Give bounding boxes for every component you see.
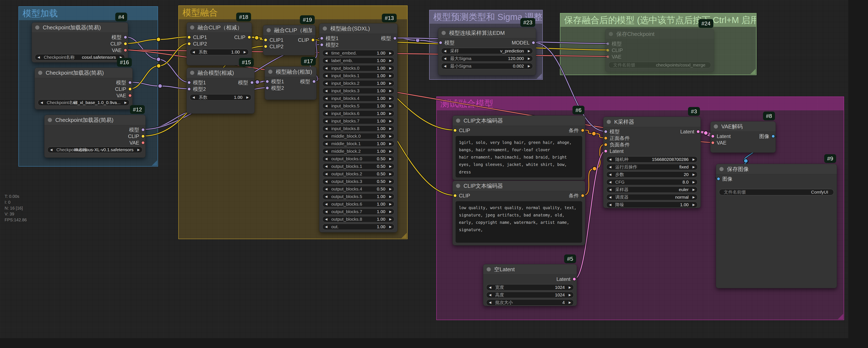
node-clip-merge-add[interactable]: 融合CLIP（相加）CLIP1CLIP2CLIP (263, 25, 316, 55)
widget-decrement[interactable]: ◀ (325, 178, 328, 184)
widget-increment[interactable]: ▶ (692, 179, 695, 185)
widget-decrement[interactable]: ◀ (325, 80, 328, 86)
node-clip-text-encode-positive[interactable]: CLIP文本编码器CLIP条件1girl, solo, very long ha… (453, 115, 585, 180)
widget-decrement[interactable]: ◀ (325, 65, 328, 71)
output-dot-vae[interactable] (124, 49, 127, 52)
widget-increment[interactable]: ▶ (389, 186, 392, 192)
widget-output_blocks.4[interactable]: ◀▶output_blocks.40.50 (322, 186, 394, 192)
widget-increment[interactable]: ▶ (568, 292, 571, 298)
widget-increment[interactable]: ▶ (692, 156, 695, 162)
widget-input_blocks.4[interactable]: ◀▶input_blocks.41.00 (322, 95, 394, 102)
widget-increment[interactable]: ▶ (389, 103, 392, 109)
widget--[interactable]: ◀▶系数1.00 (190, 49, 249, 55)
input-dot-latent[interactable] (711, 135, 715, 138)
widget-decrement[interactable]: ◀ (325, 133, 328, 139)
input-dot-clip[interactable] (606, 49, 610, 52)
output-dot-model[interactable] (128, 81, 132, 84)
input-dot-cond[interactable] (604, 136, 608, 140)
widget-increment[interactable]: ▶ (389, 58, 392, 63)
collapse-dot[interactable] (456, 184, 460, 188)
widget-increment[interactable]: ▶ (389, 201, 392, 207)
widget-increment[interactable]: ▶ (389, 224, 392, 230)
widget-input_blocks.0[interactable]: ◀▶input_blocks.01.00 (322, 65, 394, 71)
node-save-checkpoint[interactable]: 保存Checkpoint模型CLIPVAE文件名前缀checkpoints/co… (605, 29, 714, 72)
widget--[interactable]: ◀▶随机种156680208700286 (606, 156, 698, 163)
widget-decrement[interactable]: ◀ (609, 172, 612, 177)
widget-increment[interactable]: ▶ (692, 187, 695, 193)
widget-increment[interactable]: ▶ (389, 141, 392, 147)
widget-input_blocks.7[interactable]: ◀▶input_blocks.71.00 (322, 118, 394, 124)
widget-Checkpoint-[interactable]: ◀▶Checkpoint名称cosxl.safetensors (35, 54, 125, 60)
node-model-merge-subtract[interactable]: 融合模型(相减)模型1模型2模型◀▶系数1.00 (187, 67, 255, 114)
widget-middle_block.2[interactable]: ◀▶middle_block.21.00 (322, 148, 394, 154)
widget--[interactable]: ◀▶降噪1.00 (606, 202, 698, 208)
collapse-dot[interactable] (190, 25, 194, 30)
widget-time_embed.[interactable]: ◀▶time_embed.1.00 (322, 50, 394, 56)
widget-input_blocks.3[interactable]: ◀▶input_blocks.31.00 (322, 88, 394, 94)
widget-increment[interactable]: ▶ (389, 156, 392, 162)
widget-increment[interactable]: ▶ (124, 99, 127, 106)
widget-decrement[interactable]: ◀ (325, 186, 328, 192)
widget-input_blocks.1[interactable]: ◀▶input_blocks.11.00 (322, 72, 394, 79)
widget-output_blocks.2[interactable]: ◀▶output_blocks.20.50 (322, 171, 394, 177)
widget-increment[interactable]: ▶ (692, 202, 695, 208)
input-dot-clip[interactable] (264, 45, 268, 48)
widget-decrement[interactable]: ◀ (489, 285, 491, 290)
widget-increment[interactable]: ▶ (389, 178, 392, 184)
node-clip-text-encode-negative[interactable]: CLIP文本编码器CLIP条件low quality, worst qualit… (453, 181, 585, 245)
widget-increment[interactable]: ▶ (389, 80, 392, 86)
widget-increment[interactable]: ▶ (389, 216, 392, 222)
widget-decrement[interactable]: ◀ (609, 179, 612, 185)
node-save-image[interactable]: 保存图像图像文件名前缀ComfyUI (716, 164, 837, 288)
collapse-dot[interactable] (38, 71, 42, 75)
widget-Checkpoint-[interactable]: ◀▶Checkpoint名称sd_xl_base_1.0_0.9va... (38, 99, 129, 106)
widget-decrement[interactable]: ◀ (489, 292, 491, 298)
widget--[interactable]: ◀▶采样v_prediction (441, 48, 533, 54)
widget-output_blocks.6[interactable]: ◀▶output_blocks.61.00 (322, 201, 394, 207)
widget-increment[interactable]: ▶ (389, 111, 392, 116)
input-dot-clip[interactable] (187, 35, 191, 39)
widget-increment[interactable]: ▶ (568, 285, 571, 290)
input-dot-model[interactable] (439, 41, 442, 45)
widget--Sigma[interactable]: ◀▶最大Sigma120.000 (441, 55, 533, 62)
widget-increment[interactable]: ▶ (246, 94, 249, 100)
input-dot-model[interactable] (606, 42, 610, 46)
widget-decrement[interactable]: ◀ (325, 148, 328, 154)
node-checkpoint-loader-sdxl-base[interactable]: Checkpoint加载器(简易)模型CLIPVAE◀▶Checkpoint名称… (35, 67, 133, 110)
widget-middle_block.1[interactable]: ◀▶middle_block.11.00 (322, 141, 394, 147)
widget-increment[interactable]: ▶ (389, 118, 392, 124)
output-dot-clip[interactable] (311, 38, 315, 42)
output-dot-vae[interactable] (128, 94, 132, 97)
widget-decrement[interactable]: ◀ (325, 201, 328, 207)
widget-increment[interactable]: ▶ (692, 194, 695, 200)
widget-decrement[interactable]: ◀ (325, 50, 328, 56)
output-dot-cond[interactable] (581, 128, 585, 132)
collapse-dot[interactable] (48, 118, 52, 122)
widget-increment[interactable]: ▶ (692, 164, 695, 170)
widget--[interactable]: ◀▶调度器normal (606, 194, 698, 200)
widget-input_blocks.8[interactable]: ◀▶input_blocks.81.00 (322, 125, 394, 132)
collapse-dot[interactable] (609, 32, 613, 36)
node-model-sampling-continuous-edm[interactable]: 模型连续采样算法EDM模型MODEL◀▶采样v_prediction◀▶最大Si… (438, 28, 536, 75)
widget-increment[interactable]: ▶ (568, 299, 571, 306)
widget-decrement[interactable]: ◀ (609, 187, 612, 193)
collapse-dot[interactable] (323, 26, 327, 31)
input-dot-model[interactable] (266, 80, 269, 83)
output-dot-model[interactable] (124, 35, 127, 39)
widget-decrement[interactable]: ◀ (325, 216, 328, 222)
reroute-dot[interactable] (156, 37, 160, 41)
output-dot-model[interactable] (141, 128, 145, 132)
widget--[interactable]: ◀▶批次大小4 (486, 299, 574, 306)
widget-increment[interactable]: ▶ (389, 171, 392, 177)
input-dot-vae[interactable] (711, 141, 715, 145)
widget-increment[interactable]: ▶ (528, 56, 530, 61)
widget-output_blocks.5[interactable]: ◀▶output_blocks.51.00 (322, 194, 394, 200)
widget-output_blocks.0[interactable]: ◀▶output_blocks.00.50 (322, 156, 394, 162)
widget-input_blocks.2[interactable]: ◀▶input_blocks.21.00 (322, 80, 394, 86)
input-dot-clip[interactable] (264, 38, 268, 42)
widget-increment[interactable]: ▶ (137, 147, 140, 153)
widget-increment[interactable]: ▶ (692, 172, 695, 177)
input-dot-clip[interactable] (453, 128, 457, 132)
widget-decrement[interactable]: ◀ (325, 171, 328, 177)
reroute-dot[interactable] (744, 159, 748, 163)
